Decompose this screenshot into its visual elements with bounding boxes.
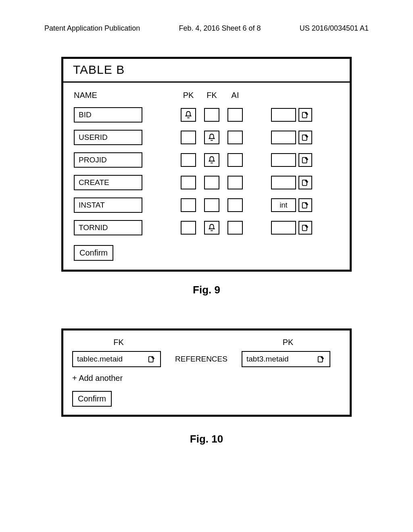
pk-value: tabt3.metaid (246, 355, 317, 364)
page-header: Patent Application Publication Feb. 4, 2… (44, 24, 369, 33)
fig9-body: NAME PK FK AI BID (63, 83, 350, 270)
pk-checkbox[interactable] (181, 198, 196, 212)
bell-icon (207, 133, 216, 142)
pk-header: PK (242, 338, 334, 347)
table-row: TORNID (74, 220, 339, 235)
ai-checkbox[interactable] (227, 153, 243, 167)
bell-icon (207, 223, 216, 232)
pk-input[interactable]: tabt3.metaid (242, 351, 330, 367)
fk-checkbox[interactable] (204, 131, 219, 144)
ai-checkbox[interactable] (227, 108, 243, 122)
fig10-panel: FK PK tablec.metaid REFERENCES tabt3.met… (61, 328, 352, 417)
type-input[interactable] (271, 176, 296, 189)
fig9-caption: Fig. 9 (44, 284, 369, 296)
note-edit-icon (301, 133, 310, 142)
ai-checkbox[interactable] (227, 198, 243, 212)
fk-checkbox[interactable] (204, 198, 219, 212)
col-fk-header: FK (200, 91, 223, 100)
confirm-button[interactable]: Confirm (74, 245, 113, 261)
pk-checkbox[interactable] (181, 108, 196, 122)
field-name-input[interactable]: TORNID (74, 220, 142, 235)
field-name-input[interactable]: PROJID (74, 152, 142, 168)
col-pk-header: PK (177, 91, 200, 100)
note-edit-icon (317, 355, 325, 364)
table-row: INSTAT int (74, 197, 339, 213)
ai-checkbox[interactable] (227, 221, 243, 235)
confirm-button[interactable]: Confirm (72, 391, 112, 407)
ai-checkbox[interactable] (227, 131, 243, 144)
pk-checkbox[interactable] (181, 221, 196, 235)
col-ai-header: AI (223, 91, 247, 100)
fig9-column-headers: NAME PK FK AI (74, 91, 339, 100)
field-name-input[interactable]: INSTAT (74, 197, 142, 213)
type-input[interactable] (271, 108, 296, 122)
table-row: CREATE (74, 175, 339, 190)
table-row: USERID (74, 130, 339, 145)
edit-button[interactable] (298, 131, 312, 144)
table-row: PROJID (74, 152, 339, 168)
col-name-header: NAME (74, 91, 177, 100)
edit-button[interactable] (298, 198, 312, 212)
pk-checkbox[interactable] (181, 153, 196, 167)
edit-button[interactable] (298, 176, 312, 189)
pk-checkbox[interactable] (181, 176, 196, 189)
fk-value: tablec.metaid (77, 355, 147, 364)
header-right: US 2016/0034501 A1 (300, 24, 369, 33)
fig10-caption: Fig. 10 (44, 433, 369, 445)
reference-row: tablec.metaid REFERENCES tabt3.metaid (72, 351, 341, 367)
table-row: BID (74, 107, 339, 123)
fk-input[interactable]: tablec.metaid (72, 351, 161, 367)
field-name-input[interactable]: USERID (74, 130, 142, 145)
note-edit-icon (147, 355, 156, 364)
fig9-title: TABLE B (63, 59, 350, 83)
page: Patent Application Publication Feb. 4, 2… (0, 0, 413, 478)
type-input[interactable] (271, 131, 296, 144)
references-label: REFERENCES (161, 355, 242, 364)
edit-button[interactable] (298, 221, 312, 235)
type-input[interactable] (271, 153, 296, 167)
header-left: Patent Application Publication (44, 24, 140, 33)
field-name-input[interactable]: CREATE (74, 175, 142, 190)
note-edit-icon (301, 178, 310, 187)
field-name-input[interactable]: BID (74, 107, 142, 123)
note-edit-icon (301, 110, 310, 119)
fig9-panel: TABLE B NAME PK FK AI BID (61, 57, 352, 272)
note-edit-icon (301, 223, 310, 232)
add-another-button[interactable]: + Add another (72, 374, 341, 383)
fig10-headers: FK PK (72, 338, 341, 347)
fk-checkbox[interactable] (204, 108, 219, 122)
pk-checkbox[interactable] (181, 131, 196, 144)
header-center: Feb. 4, 2016 Sheet 6 of 8 (179, 24, 261, 33)
note-edit-icon (301, 201, 310, 210)
edit-button[interactable] (298, 108, 312, 122)
fk-header: FK (72, 338, 165, 347)
type-input[interactable] (271, 221, 296, 235)
note-edit-icon (301, 156, 310, 164)
type-input[interactable]: int (271, 198, 296, 212)
bell-icon (184, 110, 193, 119)
bell-icon (207, 156, 216, 164)
ai-checkbox[interactable] (227, 176, 243, 189)
fk-checkbox[interactable] (204, 153, 219, 167)
fk-checkbox[interactable] (204, 221, 219, 235)
edit-button[interactable] (298, 153, 312, 167)
fk-checkbox[interactable] (204, 176, 219, 189)
